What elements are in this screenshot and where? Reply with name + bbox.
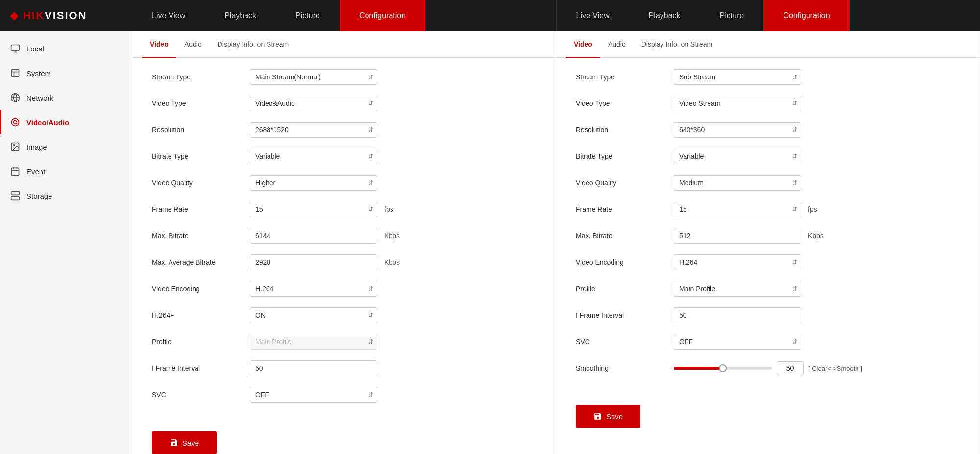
sidebar-item-system[interactable]: System — [0, 61, 132, 85]
row-bitrate-type-left: Bitrate Type Variable ⇵ — [152, 147, 536, 166]
label-iframe-left: I Frame Interval — [152, 364, 250, 372]
input-max-bitrate-right[interactable] — [674, 228, 801, 244]
tab-left-display-info[interactable]: Display Info. on Stream — [210, 31, 297, 58]
sidebar-item-event[interactable]: Event — [0, 159, 132, 183]
label-max-bitrate-right: Max. Bitrate — [576, 232, 674, 240]
row-bitrate-type-right: Bitrate Type Variable ⇵ — [576, 147, 960, 166]
svg-rect-3 — [12, 70, 19, 77]
save-button-left[interactable]: Save — [152, 431, 217, 454]
svg-rect-19 — [11, 197, 20, 200]
input-iframe-left[interactable] — [250, 360, 377, 376]
label-video-type-right: Video Type — [576, 100, 674, 107]
select-frame-rate-right[interactable]: 15 — [674, 202, 801, 217]
sidebar-item-storage[interactable]: Storage — [0, 183, 132, 208]
kbps-unit-max-right: Kbps — [808, 232, 824, 240]
row-video-encoding-right: Video Encoding H.264 ⇵ — [576, 253, 960, 272]
system-icon — [10, 68, 21, 78]
smoothing-control: 50 [ Clear<->Smooth ] — [674, 361, 960, 375]
storage-icon — [10, 190, 21, 201]
sidebar-item-image[interactable]: Image — [0, 134, 132, 159]
smoothing-slider-fill — [674, 367, 723, 370]
nav-configuration-left[interactable]: Configuration — [340, 0, 425, 31]
label-resolution-left: Resolution — [152, 126, 250, 134]
tabs-right: Video Audio Display Info. on Stream — [556, 31, 980, 58]
form-right: Stream Type Sub Stream ⇵ Video Type — [556, 58, 980, 395]
label-video-quality-left: Video Quality — [152, 179, 250, 187]
select-profile-right[interactable]: Main Profile — [674, 281, 801, 297]
brand-logo: ◆ HIKVISION — [10, 9, 87, 22]
input-max-avg-bitrate-left[interactable] — [250, 254, 377, 270]
tab-left-audio[interactable]: Audio — [176, 31, 210, 58]
select-video-quality-right[interactable]: Medium — [674, 175, 801, 191]
sidebar-item-network[interactable]: Network — [0, 85, 132, 110]
select-svc-right[interactable]: OFF — [674, 334, 801, 350]
select-video-type-left[interactable]: Video&Audio — [250, 96, 377, 111]
label-video-quality-right: Video Quality — [576, 179, 674, 187]
row-svc-right: SVC OFF ⇵ — [576, 332, 960, 351]
select-resolution-left[interactable]: 2688*1520 — [250, 122, 377, 138]
select-bitrate-type-right[interactable]: Variable — [674, 149, 801, 164]
panel-right: Video Audio Display Info. on Stream Stre… — [556, 31, 980, 454]
nav-playback-right[interactable]: Playback — [629, 0, 700, 31]
select-resolution-right[interactable]: 640*360 — [674, 122, 801, 138]
nav-live-view-right[interactable]: Live View — [557, 0, 629, 31]
select-svc-left[interactable]: OFF — [250, 387, 377, 403]
nav-picture-right[interactable]: Picture — [700, 0, 764, 31]
select-profile-left[interactable]: Main Profile — [250, 334, 377, 350]
tab-left-video[interactable]: Video — [142, 31, 176, 58]
tab-right-video[interactable]: Video — [566, 31, 600, 58]
smoothing-slider-thumb[interactable] — [719, 364, 727, 372]
row-video-quality-left: Video Quality Higher ⇵ — [152, 174, 536, 192]
label-h264plus-left: H.264+ — [152, 311, 250, 319]
nav-configuration-right[interactable]: Configuration — [763, 0, 849, 31]
image-icon — [10, 141, 21, 152]
select-stream-type-right[interactable]: Sub Stream — [674, 69, 801, 85]
label-frame-rate-left: Frame Rate — [152, 205, 250, 213]
sidebar-item-video-audio[interactable]: Video/Audio — [0, 110, 132, 134]
select-video-quality-left[interactable]: Higher — [250, 175, 377, 191]
svg-rect-14 — [12, 168, 19, 175]
select-frame-rate-left[interactable]: 15 — [250, 202, 377, 217]
svg-rect-0 — [11, 45, 20, 51]
select-video-encoding-right[interactable]: H.264 — [674, 254, 801, 270]
row-resolution-left: Resolution 2688*1520 ⇵ — [152, 121, 536, 139]
event-icon — [10, 166, 21, 177]
nav-playback-left[interactable]: Playback — [205, 0, 276, 31]
tab-right-display-info[interactable]: Display Info. on Stream — [634, 31, 721, 58]
svg-point-9 — [12, 119, 19, 126]
select-video-encoding-left[interactable]: H.264 — [250, 281, 377, 297]
save-icon-right — [593, 412, 602, 421]
save-button-right[interactable]: Save — [576, 405, 640, 428]
row-profile-left: Profile Main Profile ⇵ — [152, 332, 536, 351]
save-icon-left — [170, 438, 178, 447]
label-max-bitrate-left: Max. Bitrate — [152, 232, 250, 240]
select-video-type-right[interactable]: Video Stream — [674, 96, 801, 111]
row-stream-type-left: Stream Type Main Stream(Normal) ⇵ — [152, 68, 536, 86]
select-bitrate-type-left[interactable]: Variable — [250, 149, 377, 164]
panel-left: Video Audio Display Info. on Stream Stre… — [132, 31, 556, 454]
row-video-type-left: Video Type Video&Audio ⇵ — [152, 94, 536, 113]
select-stream-type-left[interactable]: Main Stream(Normal) — [250, 69, 377, 85]
smoothing-value: 50 — [777, 361, 804, 375]
control-stream-type-left: Main Stream(Normal) ⇵ — [250, 69, 536, 85]
row-profile-right: Profile Main Profile ⇵ — [576, 279, 960, 298]
label-svc-left: SVC — [152, 391, 250, 399]
nav-live-view-left[interactable]: Live View — [132, 0, 205, 31]
nav-section-left: Live View Playback Picture Configuration — [132, 0, 556, 31]
nav-picture-left[interactable]: Picture — [276, 0, 340, 31]
select-wrapper-stream-type-left: Main Stream(Normal) ⇵ — [250, 69, 377, 85]
tab-right-audio[interactable]: Audio — [600, 31, 634, 58]
smoothing-slider-track[interactable] — [674, 367, 772, 370]
svg-rect-18 — [11, 192, 20, 195]
label-max-avg-bitrate-left: Max. Average Bitrate — [152, 258, 250, 266]
select-h264plus-left[interactable]: ON — [250, 307, 377, 323]
label-svc-right: SVC — [576, 338, 674, 346]
network-icon — [10, 92, 21, 103]
sidebar-item-local[interactable]: Local — [0, 36, 132, 61]
row-h264plus-left: H.264+ ON ⇵ — [152, 306, 536, 325]
row-max-avg-bitrate-left: Max. Average Bitrate Kbps — [152, 253, 536, 272]
input-max-bitrate-left[interactable] — [250, 228, 377, 244]
input-iframe-right[interactable] — [674, 307, 801, 323]
row-max-bitrate-right: Max. Bitrate Kbps — [576, 227, 960, 245]
label-stream-type-left: Stream Type — [152, 73, 250, 81]
